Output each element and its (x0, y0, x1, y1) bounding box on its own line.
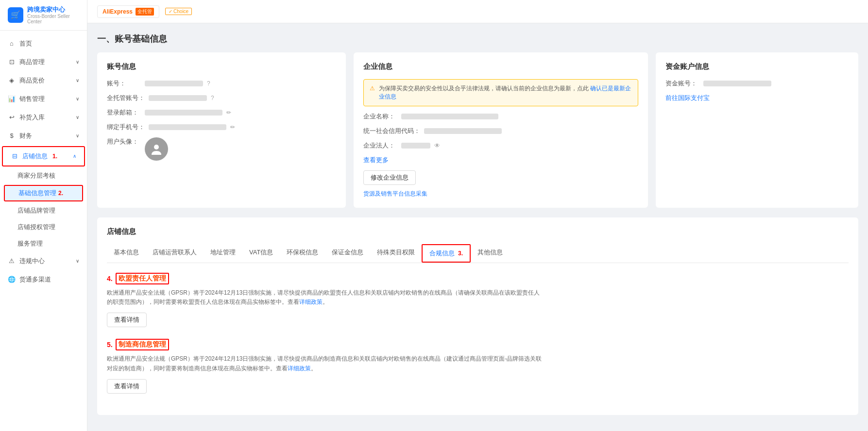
logo-subtitle: Cross-Border Seller Center (27, 14, 79, 24)
sidebar-item-shop[interactable]: ⊟ 店铺信息 1. ∧ (2, 146, 85, 166)
shop-section: 店铺信息 基本信息 店铺运营联系人 地址管理 VAT信息 环保税信息 保证金信息… (97, 217, 858, 415)
multichannel-icon: 🌐 (8, 276, 16, 283)
sidebar-item-pricing[interactable]: ◈ 商品竞价 ∨ (0, 71, 87, 90)
tab-deposit[interactable]: 保证金信息 (325, 244, 370, 263)
chevron-down-icon-5: ∨ (76, 133, 79, 138)
collect-link[interactable]: 货源及销售平台信息采集 (363, 190, 427, 197)
edit-phone-icon[interactable]: ✏ (230, 124, 235, 131)
top-bar: AliExpress 全托管 ✓ Choice (87, 0, 868, 23)
question-icon-2[interactable]: ? (211, 95, 214, 101)
manufacturer-section: 5. 制造商信息管理 欧洲通用产品安全法规（GPSR）将于2024年12月13日… (107, 339, 849, 393)
phone-label: 绑定手机号： (107, 123, 145, 132)
sidebar-item-home[interactable]: ⌂ 首页 (0, 34, 87, 53)
manufacturer-detail-btn[interactable]: 查看详情 (107, 379, 147, 394)
sales-icon: 📊 (8, 95, 16, 103)
sidebar-subitem-merchant-tier[interactable]: 商家分层考核 (0, 167, 87, 184)
sidebar-item-sales[interactable]: 📊 销售管理 ∨ (0, 90, 87, 108)
chevron-down-icon: ∨ (76, 59, 79, 65)
chevron-down-icon-2: ∨ (76, 78, 79, 83)
fund-account-label: 资金账号： (665, 79, 699, 88)
fund-link[interactable]: 前往国际支付宝 (665, 94, 849, 102)
email-field: 登录邮箱： ✏ (107, 108, 336, 117)
tab-other[interactable]: 其他信息 (471, 244, 510, 263)
step3-label: 3. (458, 250, 463, 257)
sidebar-subitem-service-mgmt[interactable]: 服务管理 (0, 235, 87, 252)
platform-badge[interactable]: AliExpress 全托管 (97, 5, 159, 18)
content-area: 一、账号基础信息 账号信息 账号： ? 全托管账号： ? 登录邮箱： (87, 23, 868, 431)
aliexpress-logo: AliExpress (102, 8, 133, 15)
tab-special-cat[interactable]: 待殊类目权限 (370, 244, 422, 263)
chevron-down-icon-4: ∨ (76, 115, 79, 120)
sidebar-subitem-basic-info[interactable]: 基础信息管理 2. (4, 185, 83, 201)
account-label: 账号： (107, 79, 141, 88)
company-name-field: 企业名称： (363, 112, 638, 121)
sidebar-item-finance[interactable]: $ 财务 ∨ (0, 127, 87, 145)
page-title: 一、账号基础信息 (97, 33, 858, 45)
main-area: AliExpress 全托管 ✓ Choice 一、账号基础信息 账号信息 账号… (87, 0, 868, 431)
manufacturer-policy-link[interactable]: 详细政策 (288, 365, 311, 372)
quantuoguan-label: 全托管账号： (107, 94, 145, 102)
alert-text: 为保障买卖交易的安全性以及合乎法律法规，请确认当前的企业信息为最新，点此 确认已… (379, 84, 632, 101)
tab-contact[interactable]: 店铺运营联系人 (146, 244, 204, 263)
sidebar-item-restock[interactable]: ↩ 补货入库 ∨ (0, 108, 87, 127)
tab-eco-tax[interactable]: 环保税信息 (280, 244, 325, 263)
product-icon: ⊡ (8, 58, 16, 66)
sidebar-item-pricing-label: 商品竞价 (19, 76, 45, 85)
chevron-down-icon-6: ∨ (76, 258, 79, 264)
fund-account-field: 资金账号： (665, 79, 849, 88)
tab-basic[interactable]: 基本信息 (107, 244, 146, 263)
choice-label: Choice (173, 9, 188, 14)
phone-field: 绑定手机号： ✏ (107, 123, 336, 132)
eu-responsible-detail-btn[interactable]: 查看详情 (107, 313, 147, 327)
step4-label: 4. (107, 275, 113, 282)
tab-compliance[interactable]: 合规信息 3. (422, 244, 471, 263)
edit-email-icon[interactable]: ✏ (226, 109, 231, 116)
company-card: 企业信息 ⚠ 为保障买卖交易的安全性以及合乎法律法规，请确认当前的企业信息为最新… (354, 52, 648, 208)
cards-row: 账号信息 账号： ? 全托管账号： ? 登录邮箱： ✏ 绑定手机号： (97, 52, 858, 208)
alert-box: ⚠ 为保障买卖交易的安全性以及合乎法律法规，请确认当前的企业信息为最新，点此 确… (363, 79, 638, 106)
email-label: 登录邮箱： (107, 108, 141, 117)
sidebar-item-multichannel[interactable]: 🌐 货通多渠道 (0, 270, 87, 289)
pricing-icon: ◈ (8, 77, 16, 84)
sidebar-item-violation[interactable]: ⚠ 违规中心 ∨ (0, 252, 87, 270)
modify-company-btn[interactable]: 修改企业信息 (363, 170, 416, 185)
credit-code-value (424, 128, 502, 134)
legal-person-value (401, 143, 430, 149)
eye-icon[interactable]: 👁 (434, 142, 440, 149)
question-icon[interactable]: ? (207, 80, 210, 87)
shop-section-title: 店铺信息 (107, 227, 849, 236)
eu-responsible-policy-link[interactable]: 详细政策 (299, 298, 323, 305)
account-value-bar (145, 81, 203, 86)
quantuoguan-field: 全托管账号： ? (107, 94, 336, 102)
avatar (145, 137, 168, 161)
eu-responsible-title: 4. 欧盟责任人管理 (107, 273, 849, 284)
quantuoguan-value-bar (149, 95, 207, 101)
sidebar-item-multichannel-label: 货通多渠道 (19, 275, 51, 284)
view-more-link[interactable]: 查看更多 (363, 156, 638, 165)
manufacturer-title-text: 制造商信息管理 (116, 339, 169, 350)
sidebar-item-product-label: 商品管理 (19, 58, 45, 66)
step2-label: 2. (58, 190, 63, 197)
svg-point-0 (154, 145, 159, 149)
violation-icon: ⚠ (8, 257, 16, 265)
tab-address[interactable]: 地址管理 (204, 244, 242, 263)
chevron-up-icon: ∧ (73, 153, 76, 159)
sidebar-subitem-brand-mgmt[interactable]: 店铺品牌管理 (0, 202, 87, 219)
chevron-down-icon-3: ∨ (76, 96, 79, 101)
sidebar-item-home-label: 首页 (19, 39, 32, 48)
eu-responsible-title-text: 欧盟责任人管理 (116, 273, 169, 284)
credit-code-field: 统一社会信用代码： (363, 127, 638, 135)
company-name-label: 企业名称： (363, 112, 397, 121)
tab-vat[interactable]: VAT信息 (242, 244, 280, 263)
fund-account-value (703, 81, 771, 86)
nav: ⌂ 首页 ⊡ 商品管理 ∨ ◈ 商品竞价 ∨ 📊 销售管理 ∨ ↩ 补货入库 ∨… (0, 31, 87, 431)
phone-value-bar (149, 124, 226, 130)
finance-icon: $ (8, 132, 16, 140)
choice-check-icon: ✓ (169, 9, 172, 14)
sidebar-item-violation-label: 违规中心 (19, 257, 45, 265)
sidebar-item-product[interactable]: ⊡ 商品管理 ∨ (0, 53, 87, 71)
step5-label: 5. (107, 341, 113, 348)
account-card: 账号信息 账号： ? 全托管账号： ? 登录邮箱： ✏ 绑定手机号： (97, 52, 346, 208)
sidebar-subitem-auth-mgmt[interactable]: 店铺授权管理 (0, 219, 87, 235)
tab-row: 基本信息 店铺运营联系人 地址管理 VAT信息 环保税信息 保证金信息 待殊类目… (107, 244, 849, 263)
